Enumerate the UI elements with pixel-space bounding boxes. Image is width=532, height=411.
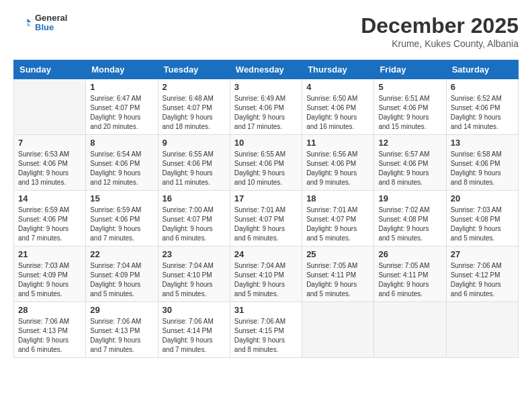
- logo-icon: [13, 13, 32, 32]
- calendar-cell: 27Sunrise: 7:06 AMSunset: 4:12 PMDayligh…: [446, 246, 518, 302]
- col-sunday: Sunday: [14, 60, 86, 79]
- day-info: Sunrise: 7:06 AMSunset: 4:13 PMDaylight:…: [90, 317, 153, 355]
- calendar-cell: [14, 79, 86, 135]
- day-info: Sunrise: 7:04 AMSunset: 4:09 PMDaylight:…: [90, 261, 153, 299]
- calendar-cell: 13Sunrise: 6:58 AMSunset: 4:06 PMDayligh…: [446, 135, 518, 191]
- day-number: 31: [234, 305, 298, 315]
- day-number: 20: [451, 193, 514, 203]
- header: General Blue December 2025 Krume, Kukes …: [13, 13, 519, 49]
- calendar-cell: 30Sunrise: 7:06 AMSunset: 4:14 PMDayligh…: [158, 302, 230, 358]
- day-info: Sunrise: 6:59 AMSunset: 4:06 PMDaylight:…: [18, 205, 81, 243]
- day-number: 16: [163, 193, 226, 203]
- day-info: Sunrise: 6:55 AMSunset: 4:06 PMDaylight:…: [163, 150, 226, 187]
- calendar-cell: 4Sunrise: 6:50 AMSunset: 4:06 PMDaylight…: [302, 79, 374, 135]
- calendar-cell: 2Sunrise: 6:48 AMSunset: 4:07 PMDaylight…: [158, 79, 230, 135]
- calendar-cell: [302, 302, 374, 358]
- svg-marker-0: [28, 19, 32, 23]
- day-number: 24: [234, 249, 298, 259]
- day-number: 30: [163, 305, 226, 315]
- day-info: Sunrise: 6:53 AMSunset: 4:06 PMDaylight:…: [18, 150, 81, 187]
- calendar-cell: 26Sunrise: 7:05 AMSunset: 4:11 PMDayligh…: [374, 246, 446, 302]
- day-number: 15: [90, 193, 153, 203]
- day-number: 4: [306, 82, 369, 92]
- day-number: 19: [378, 193, 441, 203]
- calendar-week-row-3: 21Sunrise: 7:03 AMSunset: 4:09 PMDayligh…: [14, 246, 519, 302]
- day-info: Sunrise: 6:56 AMSunset: 4:06 PMDaylight:…: [306, 150, 369, 187]
- calendar-cell: 28Sunrise: 7:06 AMSunset: 4:13 PMDayligh…: [14, 302, 86, 358]
- calendar-cell: 20Sunrise: 7:03 AMSunset: 4:08 PMDayligh…: [446, 191, 518, 246]
- calendar-week-row-1: 7Sunrise: 6:53 AMSunset: 4:06 PMDaylight…: [14, 135, 519, 191]
- day-info: Sunrise: 6:50 AMSunset: 4:06 PMDaylight:…: [306, 94, 369, 132]
- calendar-cell: 18Sunrise: 7:01 AMSunset: 4:07 PMDayligh…: [302, 191, 374, 246]
- day-info: Sunrise: 7:05 AMSunset: 4:11 PMDaylight:…: [378, 261, 441, 299]
- day-info: Sunrise: 7:04 AMSunset: 4:10 PMDaylight:…: [234, 261, 298, 299]
- calendar-cell: 10Sunrise: 6:55 AMSunset: 4:06 PMDayligh…: [230, 135, 302, 191]
- calendar-cell: 17Sunrise: 7:01 AMSunset: 4:07 PMDayligh…: [230, 191, 302, 246]
- col-thursday: Thursday: [302, 60, 374, 79]
- calendar-cell: 5Sunrise: 6:51 AMSunset: 4:06 PMDaylight…: [374, 79, 446, 135]
- day-info: Sunrise: 6:58 AMSunset: 4:06 PMDaylight:…: [451, 150, 514, 187]
- day-info: Sunrise: 7:03 AMSunset: 4:09 PMDaylight:…: [18, 261, 81, 299]
- calendar-cell: 29Sunrise: 7:06 AMSunset: 4:13 PMDayligh…: [86, 302, 158, 358]
- col-wednesday: Wednesday: [230, 60, 302, 79]
- logo-text: General Blue: [35, 13, 67, 33]
- calendar-cell: 7Sunrise: 6:53 AMSunset: 4:06 PMDaylight…: [14, 135, 86, 191]
- day-number: 3: [234, 82, 298, 92]
- calendar-cell: [374, 302, 446, 358]
- day-number: 13: [451, 138, 514, 148]
- day-info: Sunrise: 7:04 AMSunset: 4:10 PMDaylight:…: [163, 261, 226, 299]
- col-friday: Friday: [374, 60, 446, 79]
- day-info: Sunrise: 7:06 AMSunset: 4:14 PMDaylight:…: [163, 317, 226, 355]
- day-info: Sunrise: 7:06 AMSunset: 4:12 PMDaylight:…: [451, 261, 514, 299]
- calendar-cell: 1Sunrise: 6:47 AMSunset: 4:07 PMDaylight…: [86, 79, 158, 135]
- day-info: Sunrise: 6:54 AMSunset: 4:06 PMDaylight:…: [90, 150, 153, 187]
- calendar-week-row-4: 28Sunrise: 7:06 AMSunset: 4:13 PMDayligh…: [14, 302, 519, 358]
- logo-general-text: General: [35, 13, 67, 23]
- calendar-cell: 31Sunrise: 7:06 AMSunset: 4:15 PMDayligh…: [230, 302, 302, 358]
- calendar-cell: 25Sunrise: 7:05 AMSunset: 4:11 PMDayligh…: [302, 246, 374, 302]
- day-number: 7: [18, 138, 81, 148]
- calendar-cell: 15Sunrise: 6:59 AMSunset: 4:06 PMDayligh…: [86, 191, 158, 246]
- calendar-cell: 8Sunrise: 6:54 AMSunset: 4:06 PMDaylight…: [86, 135, 158, 191]
- calendar-cell: 6Sunrise: 6:52 AMSunset: 4:06 PMDaylight…: [446, 79, 518, 135]
- calendar-cell: 16Sunrise: 7:00 AMSunset: 4:07 PMDayligh…: [158, 191, 230, 246]
- day-info: Sunrise: 6:47 AMSunset: 4:07 PMDaylight:…: [90, 94, 153, 132]
- calendar-cell: 14Sunrise: 6:59 AMSunset: 4:06 PMDayligh…: [14, 191, 86, 246]
- day-number: 6: [451, 82, 514, 92]
- logo: General Blue: [13, 13, 67, 33]
- day-info: Sunrise: 6:59 AMSunset: 4:06 PMDaylight:…: [90, 205, 153, 243]
- day-number: 8: [90, 138, 153, 148]
- calendar-cell: 23Sunrise: 7:04 AMSunset: 4:10 PMDayligh…: [158, 246, 230, 302]
- day-number: 27: [451, 249, 514, 259]
- day-number: 29: [90, 305, 153, 315]
- day-info: Sunrise: 6:57 AMSunset: 4:06 PMDaylight:…: [378, 150, 441, 187]
- col-monday: Monday: [86, 60, 158, 79]
- title-area: December 2025 Krume, Kukes County, Alban…: [361, 13, 519, 49]
- day-number: 9: [163, 138, 226, 148]
- day-number: 23: [163, 249, 226, 259]
- day-info: Sunrise: 7:05 AMSunset: 4:11 PMDaylight:…: [306, 261, 369, 299]
- day-number: 11: [306, 138, 369, 148]
- day-info: Sunrise: 6:51 AMSunset: 4:06 PMDaylight:…: [378, 94, 441, 132]
- calendar-header-row: Sunday Monday Tuesday Wednesday Thursday…: [14, 60, 519, 79]
- calendar-cell: [446, 302, 518, 358]
- calendar-cell: 11Sunrise: 6:56 AMSunset: 4:06 PMDayligh…: [302, 135, 374, 191]
- day-number: 17: [234, 193, 298, 203]
- day-info: Sunrise: 7:03 AMSunset: 4:08 PMDaylight:…: [451, 205, 514, 243]
- day-info: Sunrise: 6:48 AMSunset: 4:07 PMDaylight:…: [163, 94, 226, 132]
- day-info: Sunrise: 7:06 AMSunset: 4:15 PMDaylight:…: [234, 317, 298, 355]
- calendar-table: Sunday Monday Tuesday Wednesday Thursday…: [13, 60, 519, 358]
- day-info: Sunrise: 7:01 AMSunset: 4:07 PMDaylight:…: [234, 205, 298, 243]
- day-number: 12: [378, 138, 441, 148]
- day-number: 1: [90, 82, 153, 92]
- calendar-cell: 24Sunrise: 7:04 AMSunset: 4:10 PMDayligh…: [230, 246, 302, 302]
- day-info: Sunrise: 7:01 AMSunset: 4:07 PMDaylight:…: [306, 205, 369, 243]
- location-subtitle: Krume, Kukes County, Albania: [361, 38, 519, 49]
- day-info: Sunrise: 7:06 AMSunset: 4:13 PMDaylight:…: [18, 317, 81, 355]
- day-number: 21: [18, 249, 81, 259]
- col-tuesday: Tuesday: [158, 60, 230, 79]
- day-info: Sunrise: 6:52 AMSunset: 4:06 PMDaylight:…: [451, 94, 514, 132]
- day-number: 28: [18, 305, 81, 315]
- calendar-cell: 9Sunrise: 6:55 AMSunset: 4:06 PMDaylight…: [158, 135, 230, 191]
- calendar-cell: 22Sunrise: 7:04 AMSunset: 4:09 PMDayligh…: [86, 246, 158, 302]
